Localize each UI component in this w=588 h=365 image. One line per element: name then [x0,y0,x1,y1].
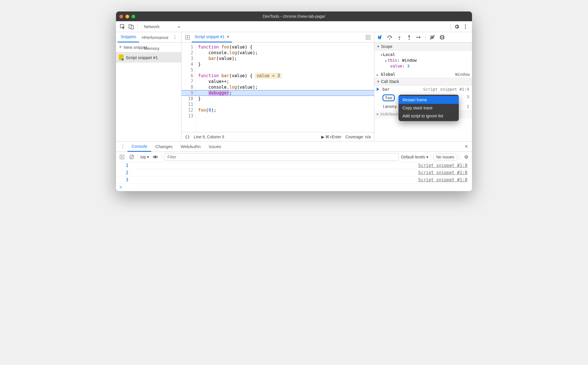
settings-gear-icon[interactable] [452,22,461,31]
chevron-down-icon: ▼ [377,80,380,83]
navigator-kebab-icon[interactable]: ⋮ [170,34,179,40]
chevron-right-icon: ▶ [377,112,379,116]
console-filter-input[interactable] [164,153,399,161]
chevron-down-icon: ▼ [377,45,380,48]
svg-point-12 [416,37,417,38]
drawer-kebab-icon[interactable]: ⋮ [118,144,127,149]
svg-point-9 [389,38,390,40]
drawer-tabbar: ⋮ ConsoleChangesWebAuthnIssues × [116,141,472,152]
deactivate-breakpoints-icon[interactable] [429,34,436,40]
drawer: ⋮ ConsoleChangesWebAuthnIssues × top ▾ D… [116,141,472,191]
context-menu-item[interactable]: Restart frame [399,96,459,104]
plus-icon: + [119,44,122,50]
svg-line-18 [130,156,133,158]
svg-point-5 [465,28,466,29]
context-menu-item[interactable]: Copy stack trace [399,104,459,112]
console-play-icon[interactable] [118,154,126,160]
scope-body: ▼Local ▶this: Window value: 3 [374,51,472,71]
clear-console-icon[interactable] [128,154,136,160]
svg-point-19 [154,156,156,158]
titlebar: DevTools - chrome://new-tab-page/ [116,11,472,21]
new-snippet-button[interactable]: + New snippet [116,42,181,52]
pretty-print-icon[interactable]: {} [185,135,190,139]
callstack-title: Call Stack [381,79,399,84]
cursor-position: Line 9, Column 5 [194,135,224,139]
console-settings-gear-icon[interactable] [462,154,470,160]
coverage-label: Coverage: n/a [345,135,371,139]
callstack-section-header[interactable]: ▼ Call Stack [374,77,472,86]
scope-global[interactable]: ▶ Global Window [374,71,472,77]
inspect-icon[interactable] [118,22,127,31]
console-prompt[interactable]: > [116,184,472,191]
log-levels-selector[interactable]: Default levels ▾ [401,155,428,159]
svg-point-3 [465,24,466,26]
svg-point-10 [399,39,400,40]
scope-var-this[interactable]: ▶this: Window [377,57,470,63]
run-hint[interactable]: ▶ ⌘+Enter [321,135,342,139]
device-toggle-icon[interactable] [127,22,136,31]
step-out-icon[interactable] [406,34,412,40]
snippet-item[interactable]: Script snippet #1 [116,52,181,63]
debugger-sidebar: ▼ Scope ▼Local ▶this: Window value: 3 ▶ … [374,32,472,141]
console-log-row[interactable]: 1Script snippet #1:8 [116,162,472,169]
context-menu-item[interactable]: Add script to ignore list [399,112,459,120]
editor-run-indicator-icon[interactable] [364,35,372,40]
sources-panel: Snippets » ⋮ + New snippet Script snippe… [116,32,472,141]
scope-title: Scope [381,44,392,49]
tab-network[interactable]: Network [139,21,173,32]
code-body[interactable]: function foo(value) { console.log(value)… [196,42,374,132]
code-editor[interactable]: 12345678910111213 function foo(value) { … [181,42,374,132]
svg-rect-2 [131,26,134,29]
console-log-row[interactable]: 2Script snippet #1:8 [116,169,472,176]
close-window-button[interactable] [119,15,123,18]
main-tabbar: ElementsConsoleSourcesNetworkPerformance… [116,21,472,32]
close-tab-icon[interactable]: × [227,34,229,39]
drawer-tab-webauthn[interactable]: WebAuthn [177,141,205,152]
console-toolbar: top ▾ Default levels ▾ No Issues [116,152,472,162]
pause-on-exceptions-icon[interactable] [439,34,445,40]
step-into-icon[interactable] [396,34,403,40]
scope-var-value[interactable]: value: 3 [377,63,470,69]
tabs-overflow[interactable]: » [173,21,185,32]
context-selector[interactable]: top ▾ [140,155,149,159]
snippet-name: Script snippet #1 [126,55,158,60]
editor-history-back-icon[interactable] [183,35,192,40]
drawer-tab-issues[interactable]: Issues [205,141,225,152]
traffic-lights [119,15,135,18]
callstack-frame[interactable]: barScript snippet #1:9 [374,86,472,93]
drawer-tab-console[interactable]: Console [127,141,151,152]
debugger-toolbar [374,32,472,42]
scope-local[interactable]: ▼Local [377,52,470,57]
window-title: DevTools - chrome://new-tab-page/ [116,14,472,19]
svg-rect-15 [442,38,443,39]
drawer-close-icon[interactable]: × [463,143,470,150]
kebab-menu-icon[interactable] [461,22,470,31]
console-body: 1Script snippet #1:82Script snippet #1:8… [116,162,472,184]
navigator-panel: Snippets » ⋮ + New snippet Script snippe… [116,32,181,141]
new-snippet-label: New snippet [124,45,148,50]
svg-rect-14 [442,36,443,38]
drawer-tab-changes[interactable]: Changes [151,141,177,152]
live-expression-icon[interactable] [151,154,159,160]
editor-tab[interactable]: Script snippet #1 × [192,32,232,42]
editor-panel: Script snippet #1 × 12345678910111213 fu… [181,32,374,141]
svg-point-4 [465,26,466,27]
step-over-icon[interactable] [386,34,393,40]
svg-point-11 [409,39,410,40]
navigator-tab-snippets[interactable]: Snippets [118,32,139,42]
snippet-file-icon [119,55,123,60]
scope-section-header[interactable]: ▼ Scope [374,42,472,51]
navigator-tabs-overflow[interactable]: » [139,35,146,40]
resume-icon[interactable] [377,34,383,40]
devtools-window: DevTools - chrome://new-tab-page/ Elemen… [116,11,472,191]
editor-tab-title: Script snippet #1 [195,34,225,39]
issues-pill[interactable]: No Issues [433,154,457,160]
line-gutter: 12345678910111213 [181,42,196,132]
minimize-window-button[interactable] [125,15,129,18]
editor-status-bar: {} Line 9, Column 5 ▶ ⌘+Enter Coverage: … [181,132,374,141]
zoom-window-button[interactable] [131,15,135,18]
console-log-row[interactable]: 3Script snippet #1:8 [116,176,472,184]
context-menu: Restart frameCopy stack traceAdd script … [399,95,459,121]
step-icon[interactable] [416,34,422,40]
